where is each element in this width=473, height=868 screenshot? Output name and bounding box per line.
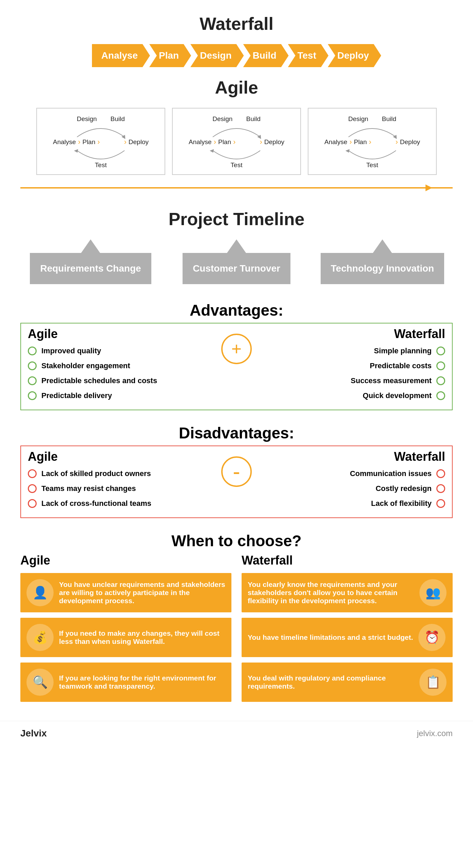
disadv-agile-circle-1	[28, 484, 37, 493]
adv-waterfall-text-0: Simple planning	[374, 347, 432, 355]
advantages-columns: Agile Improved qualityStakeholder engage…	[20, 323, 453, 410]
disadvantages-minus-circle: -	[221, 456, 252, 487]
when-agile-col: Agile 👤You have unclear requirements and…	[20, 553, 231, 707]
agile-test-label: Test	[366, 161, 378, 169]
when-agile-cards: 👤You have unclear requirements and stake…	[20, 573, 231, 702]
adv-agile-text-3: Predictable delivery	[41, 391, 112, 400]
timeline-box-0: Requirements Change	[30, 253, 151, 284]
adv-waterfall-circle-3	[436, 391, 445, 400]
agile-boxes-wrapper: Design Build Analyse › Plan › Design › D…	[20, 108, 453, 189]
disadvantages-agile-label: Agile	[28, 450, 214, 464]
disadv-agile-item-1: Teams may resist changes	[28, 484, 214, 493]
project-timeline-boxes: Requirements ChangeCustomer TurnoverTech…	[20, 239, 453, 284]
when-waterfall-icon-2: 📋	[419, 669, 447, 696]
waterfall-step-deploy: Deploy	[328, 44, 381, 67]
agile-test-label: Test	[95, 161, 107, 169]
advantages-agile-label: Agile	[28, 327, 214, 341]
agile-arrow2: ›	[97, 138, 100, 146]
when-agile-text-0: You have unclear requirements and stakeh…	[59, 580, 225, 605]
agile-arrow3: ›	[395, 138, 398, 146]
adv-agile-circle-1	[28, 361, 37, 370]
adv-waterfall-circle-0	[436, 347, 445, 355]
disadv-waterfall-circle-2	[436, 499, 445, 508]
agile-plan-label: Plan	[354, 138, 367, 146]
project-timeline-title: Project Timeline	[20, 209, 453, 229]
svg-marker-1	[74, 149, 79, 154]
when-agile-text-1: If you need to make any changes, they wi…	[59, 629, 225, 646]
agile-arrow2: ›	[369, 138, 371, 146]
agile-timeline-arrowhead	[425, 184, 432, 191]
timeline-box-1: Customer Turnover	[183, 253, 290, 284]
disadv-waterfall-item-1: Costly redesign	[259, 484, 445, 493]
adv-waterfall-text-3: Quick development	[363, 391, 432, 400]
adv-waterfall-item-2: Success measurement	[259, 376, 445, 385]
adv-waterfall-text-2: Success measurement	[351, 376, 432, 385]
agile-plan-label: Plan	[82, 138, 95, 146]
advantages-waterfall-col: Waterfall Simple planningPredictable cos…	[252, 323, 452, 410]
agile-cycle-3: Design Build Analyse › Plan › Design › D…	[308, 108, 437, 175]
adv-waterfall-item-3: Quick development	[259, 391, 445, 400]
when-agile-card-2: 🔍If you are looking for the right enviro…	[20, 663, 231, 702]
adv-agile-text-0: Improved quality	[41, 347, 101, 355]
disadv-waterfall-circle-0	[436, 469, 445, 478]
when-agile-text-2: If you are looking for the right environ…	[59, 674, 225, 690]
adv-waterfall-item-0: Simple planning	[259, 347, 445, 355]
agile-cycles: Design Build Analyse › Plan › Design › D…	[20, 108, 453, 175]
disadvantages-waterfall-label: Waterfall	[259, 450, 445, 464]
advantages-center: +	[221, 323, 252, 364]
advantages-title: Advantages:	[20, 301, 453, 319]
agile-arrow2: ›	[233, 138, 235, 146]
advantages-waterfall-items: Simple planningPredictable costsSuccess …	[259, 347, 445, 400]
disadv-agile-text-0: Lack of skilled product owners	[41, 469, 151, 478]
agile-design-label: Design	[77, 115, 97, 123]
disadv-agile-text-2: Lack of cross-functional teams	[41, 499, 151, 508]
agile-build-label: Build	[382, 115, 396, 123]
agile-deploy-label: Deploy	[264, 138, 284, 146]
waterfall-title: Waterfall	[20, 14, 453, 34]
agile-test-label: Test	[231, 161, 243, 169]
advantages-section: Advantages: Agile Improved qualityStakeh…	[0, 294, 473, 414]
disadv-agile-item-2: Lack of cross-functional teams	[28, 499, 214, 508]
timeline-up-arrow-1	[227, 239, 246, 253]
when-agile-icon-2: 🔍	[26, 669, 54, 696]
when-agile-icon-1: 💰	[26, 624, 54, 651]
agile-analyse-label: Analyse	[53, 138, 76, 146]
waterfall-step-design: Design	[190, 44, 244, 67]
disadvantages-waterfall-items: Communication issuesCostly redesignLack …	[259, 469, 445, 508]
svg-marker-5	[345, 149, 351, 154]
adv-agile-text-2: Predictable schedules and costs	[41, 376, 157, 385]
adv-waterfall-text-1: Predictable costs	[370, 361, 432, 370]
agile-arrow1: ›	[349, 138, 352, 146]
waterfall-step-test: Test	[288, 44, 329, 67]
when-agile-card-1: 💰If you need to make any changes, they w…	[20, 618, 231, 657]
disadv-waterfall-text-1: Costly redesign	[376, 484, 432, 493]
agile-section: Agile Design Build Analyse › Plan › Desi…	[0, 74, 473, 195]
agile-arrow1: ›	[78, 138, 80, 146]
agile-arrow3: ›	[124, 138, 126, 146]
timeline-up-arrow-2	[373, 239, 392, 253]
adv-agile-item-1: Stakeholder engagement	[28, 361, 214, 370]
footer-url: jelvix.com	[417, 729, 453, 738]
disadvantages-columns: Agile Lack of skilled product ownersTeam…	[20, 446, 453, 518]
timeline-item-2: Technology Innovation	[315, 239, 450, 284]
agile-cycle-1: Design Build Analyse › Plan › Design › D…	[36, 108, 165, 175]
waterfall-step-plan: Plan	[149, 44, 191, 67]
agile-arrow3: ›	[260, 138, 262, 146]
when-waterfall-card-1: You have timeline limitations and a stri…	[242, 618, 453, 657]
advantages-plus-circle: +	[221, 334, 252, 364]
timeline-up-arrow-0	[81, 239, 100, 253]
timeline-box-2: Technology Innovation	[321, 253, 444, 284]
agile-deploy-label: Deploy	[129, 138, 149, 146]
timeline-item-1: Customer Turnover	[169, 239, 304, 284]
agile-build-label: Build	[110, 115, 125, 123]
disadv-waterfall-item-0: Communication issues	[259, 469, 445, 478]
agile-build-label: Build	[246, 115, 260, 123]
when-waterfall-text-0: You clearly know the requirements and yo…	[248, 580, 414, 605]
when-waterfall-card-2: You deal with regulatory and compliance …	[242, 663, 453, 702]
agile-analyse-label: Analyse	[324, 138, 347, 146]
waterfall-step-analyse: Analyse	[92, 44, 150, 67]
disadv-agile-item-0: Lack of skilled product owners	[28, 469, 214, 478]
waterfall-section: Waterfall AnalysePlanDesignBuildTestDepl…	[0, 0, 473, 74]
when-to-choose-columns: Agile 👤You have unclear requirements and…	[20, 553, 453, 707]
footer: Jelvix jelvix.com	[0, 721, 473, 746]
